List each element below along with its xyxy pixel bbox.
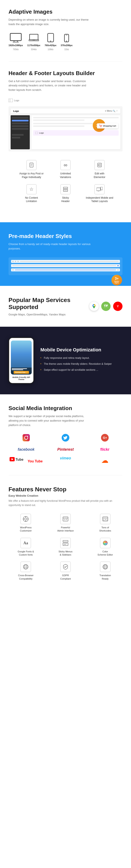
fonts-icon: Aa <box>21 538 31 548</box>
feature-label-3: No ContentLimitation <box>25 196 38 203</box>
hf-sidebar-item <box>12 128 29 130</box>
feature-item-1: ∞ UnlimitedVariations <box>51 160 80 179</box>
translation-svg <box>102 564 108 570</box>
svg-rect-51 <box>64 519 65 520</box>
youtube-text: You Tube <box>28 459 43 463</box>
hf-logo2-box: Logo <box>33 130 119 136</box>
header-styles-preview: 3+ HeaderStyles <box>8 257 123 275</box>
no-limit-icon: ☆ <box>26 184 37 194</box>
styles-badge: 3+ HeaderStyles <box>111 275 122 285</box>
adaptive-images-section: Adaptive Images Depending on where an im… <box>0 0 131 61</box>
premade-title: Pre-made Header Styles <box>8 233 123 240</box>
adaptive-desc: Depending on where an image is currently… <box>8 18 94 27</box>
hf-sidebar-item <box>12 123 29 124</box>
premade-section: Pre-made Header Styles Choose from a han… <box>0 222 131 286</box>
svg-rect-26 <box>63 187 68 189</box>
soundcloud-icon: ☁ <box>101 456 108 465</box>
mobile-tablet-icon <box>94 184 105 194</box>
assign-icon <box>26 160 37 170</box>
social-title: Social Media Integration <box>8 405 123 411</box>
map-text: Popular Map Services Supported Google Ma… <box>8 297 83 316</box>
premade-desc: Choose from a handy set of ready-made he… <box>8 242 94 251</box>
svg-point-16 <box>101 127 101 127</box>
stop-label-4: Sticky Menus& Sidebars <box>59 550 72 557</box>
google-maps-icon <box>89 302 99 311</box>
social-item-vimeo: vimeo <box>48 456 83 465</box>
svg-point-64 <box>25 564 27 569</box>
sticky-header-icon <box>63 187 68 192</box>
hf-content-bar <box>33 123 102 124</box>
hs-bar-accent <box>15 270 116 270</box>
svg-point-44 <box>25 518 27 520</box>
svg-rect-59 <box>63 543 68 546</box>
stop-item-0: WordPressCustomizer <box>8 514 43 533</box>
hf-content-bar <box>33 125 85 127</box>
youtube-svg: Tube You <box>9 456 27 462</box>
hf-sidebar-item <box>12 125 29 127</box>
map-desc: Google Maps, OpenStreetMaps, Yandex Maps <box>8 313 83 316</box>
svg-point-10 <box>66 41 67 41</box>
unlimited-icon: ∞ <box>60 160 71 170</box>
google-maps-svg <box>91 303 97 309</box>
color-svg <box>102 540 108 546</box>
cart-icon <box>99 125 102 127</box>
shopping-cart-preview: Shopping Cart <box>97 123 118 128</box>
sticky-menus-icon <box>60 538 71 548</box>
facebook-label: facebook <box>18 447 34 452</box>
cart-label: Shopping Cart <box>103 125 116 127</box>
mobile-title: Mobile Device Optimization <box>40 347 112 353</box>
tablet-icon <box>47 33 54 42</box>
badge-num: 3+ <box>115 277 119 281</box>
hf-body: Logo <box>11 115 120 149</box>
social-item-facebook: facebook <box>8 447 43 452</box>
translation-icon <box>100 561 110 572</box>
svg-rect-4 <box>30 34 38 40</box>
map-section: Popular Map Services Supported Google Ma… <box>0 286 131 327</box>
star-symbol: ☆ <box>29 187 34 192</box>
hf-preview: Logo ≡ Menu 🔍 ♡ <box>8 106 123 151</box>
hf-logo-label: Logo <box>14 99 19 102</box>
shortcodes-svg <box>102 516 108 522</box>
feature-label-5: Independent Mobile andTablet Layouts <box>86 196 113 203</box>
phone-mockup: Purchase Now → Mobile Friendly WP Theme <box>8 337 34 384</box>
feature-item-0: Assign to Any Post orPage Individually <box>17 160 46 179</box>
badge-label: HeaderStyles <box>114 281 119 283</box>
stop-label-1: PowerfulAdmin Interface <box>57 526 73 533</box>
size-item-tablet: 760x420px 108kb <box>45 33 57 51</box>
mobile-section: Purchase Now → Mobile Friendly WP Theme … <box>0 327 131 394</box>
elementor-icon <box>94 160 105 170</box>
gplus-icon: G+ <box>101 434 109 443</box>
sticky-icon <box>60 184 71 194</box>
hf-nav: ≡ Menu 🔍 ♡ <box>105 110 118 112</box>
gplus-svg: G+ <box>101 434 109 442</box>
svg-point-31 <box>98 191 99 191</box>
svg-line-56 <box>105 519 106 521</box>
stop-label-7: GDPRCompliant <box>60 574 71 581</box>
browser-svg <box>23 564 29 570</box>
header-style-row-2 <box>11 264 120 267</box>
stop-label-2: Tons ofShortcodes <box>99 526 111 533</box>
social-item-flickr: flickr <box>88 447 123 452</box>
svg-point-63 <box>23 564 28 569</box>
laptop-icon <box>29 34 39 42</box>
size-sub-2: 108kb <box>47 48 54 51</box>
header-style-row-3 <box>11 269 120 271</box>
hs-dot <box>118 269 119 271</box>
image-sizes-row: 1920x1080px 765kb 1170x558px 304kb 760x4… <box>8 33 123 51</box>
social-desc: We support a large number of popular soc… <box>8 414 94 427</box>
logo2-icon <box>35 132 38 134</box>
mobile-features: Fully responsive and retina ready layout… <box>40 356 112 372</box>
stop-label-0: WordPressCustomizer <box>20 526 32 533</box>
svg-rect-14 <box>35 132 38 134</box>
svg-rect-30 <box>101 187 102 190</box>
hf-content-bar <box>33 117 119 118</box>
hf-sidebar-sub <box>12 134 24 136</box>
features-grid: Assign to Any Post orPage Individually ∞… <box>8 156 123 212</box>
monitor-icon <box>10 33 22 42</box>
svg-text:Aa: Aa <box>23 541 28 545</box>
stop-item-5: ColorScheme Editor <box>88 538 123 557</box>
size-item-phone: 370x208px 32kb <box>61 34 72 51</box>
size-label-1: 1170x558px <box>27 44 40 46</box>
mobile-text: Mobile Device Optimization Fully respons… <box>40 347 112 374</box>
wp-customizer-icon <box>21 514 31 524</box>
